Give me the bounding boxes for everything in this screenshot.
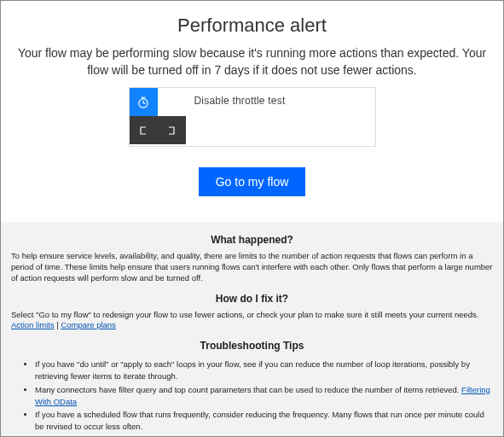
compare-plans-link[interactable]: Compare plans xyxy=(61,320,115,329)
bracket-left-icon xyxy=(130,116,158,144)
list-item: Many connectors have filter query and to… xyxy=(35,384,493,408)
action-limits-link[interactable]: Action limits xyxy=(11,320,55,329)
clock-icon xyxy=(130,88,158,116)
go-to-my-flow-button[interactable]: Go to my flow xyxy=(199,167,306,196)
tips-heading: Troubleshooting Tips xyxy=(11,340,493,352)
bracket-right-icon xyxy=(158,116,186,144)
list-item: If you have a scheduled flow that runs f… xyxy=(35,409,493,433)
how-fix-body: Select "Go to my flow" to redesign your … xyxy=(11,310,493,332)
page-title: Performance alert xyxy=(11,15,493,37)
flow-card-icons xyxy=(130,88,186,144)
how-fix-text: Select "Go to my flow" to redesign your … xyxy=(11,310,479,319)
tip-text: If you have "do until" or "apply to each… xyxy=(35,359,470,381)
tip-text: If you have a scheduled flow that runs f… xyxy=(35,410,484,431)
tip-text: Many connectors have filter query and to… xyxy=(35,385,461,394)
page-subtitle: Your flow may be performing slow because… xyxy=(11,45,493,79)
what-happened-body: To help ensure service levels, availabil… xyxy=(11,251,493,283)
tips-list: If you have "do until" or "apply to each… xyxy=(35,358,493,437)
flow-card-label: Disable throttle test xyxy=(186,88,294,114)
what-happened-heading: What happened? xyxy=(11,234,493,246)
info-panel: What happened? To help ensure service le… xyxy=(1,222,503,437)
list-item: If you have "do until" or "apply to each… xyxy=(35,358,493,382)
flow-card: Disable throttle test xyxy=(129,87,376,147)
how-fix-heading: How do I fix it? xyxy=(11,293,493,305)
